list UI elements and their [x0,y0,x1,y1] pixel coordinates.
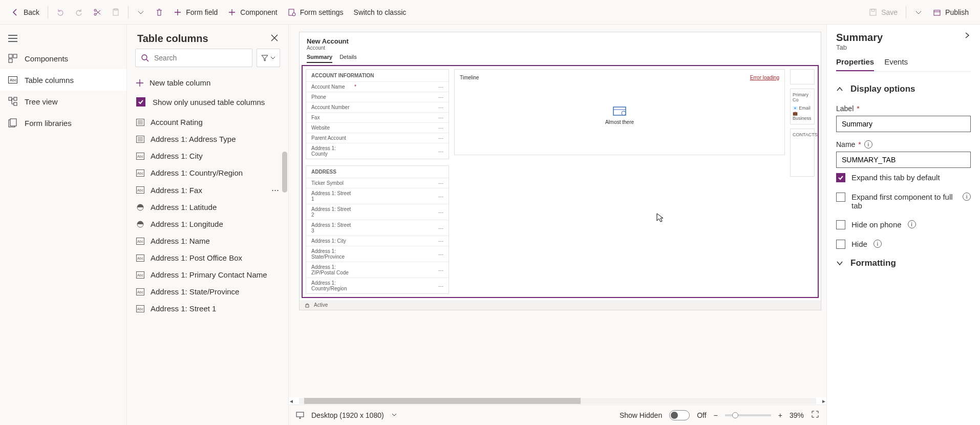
svg-text:Abc: Abc [137,155,144,158]
filter-button[interactable] [257,49,280,67]
svg-rect-16 [14,102,17,105]
svg-rect-15 [14,97,17,100]
column-item[interactable]: AbcAddress 1: Primary Contact Name [127,266,288,283]
display-options-accordion[interactable]: Display options [836,80,971,101]
text-icon: Abc [136,238,144,245]
new-table-column-button[interactable]: New table column [127,73,288,92]
nav-form-libraries[interactable]: Form libraries [0,112,126,134]
column-item[interactable]: AbcAddress 1: Post Office Box [127,249,288,266]
form-tab-selected-body[interactable]: ACCOUNT INFORMATION Account Name*--- Pho… [302,65,819,298]
section-account-info[interactable]: ACCOUNT INFORMATION Account Name*--- Pho… [306,69,449,159]
save-button[interactable]: Save [864,5,903,19]
label-input[interactable] [836,116,971,132]
props-title: Summary [836,32,883,44]
publish-button[interactable]: Publish [928,5,974,19]
column-item[interactable]: Account Rating [127,114,288,131]
form-tab-details[interactable]: Details [339,54,357,63]
options-icon [136,119,144,126]
add-component-button[interactable]: Component [223,5,282,19]
display-options-label: Display options [850,84,915,94]
hamburger-button[interactable] [0,31,126,48]
props-tab-properties[interactable]: Properties [836,57,874,71]
scrollbar-thumb[interactable] [282,152,287,193]
expand-default-checkbox[interactable]: Expand this tab by default [836,168,971,187]
hide-checkbox[interactable]: Hide i [836,235,971,254]
fit-button[interactable] [811,410,819,420]
formatting-accordion[interactable]: Formatting [836,254,971,275]
form-field: Account Number--- [306,102,449,112]
column-item[interactable]: AbcAddress 1: Country/Region [127,164,288,181]
column-item[interactable]: Address 1: Latitude [127,199,288,216]
delete-button[interactable] [150,5,168,19]
info-icon[interactable]: i [874,240,882,248]
undo-button[interactable] [51,5,70,19]
timeline-almost: Almost there [605,119,634,125]
section-address[interactable]: ADDRESS Ticker Symbol--- Address 1: Stre… [306,165,449,294]
close-panel-button[interactable] [271,34,278,43]
nav-components-label: Components [25,54,68,63]
paste-button[interactable] [106,5,125,19]
show-unused-checkbox[interactable]: Show only unused table columns [127,92,288,114]
side-card[interactable] [790,69,815,84]
search-box[interactable] [135,49,252,67]
form-preview[interactable]: New Account Account Summary Details ACCO… [299,32,821,310]
nav-tree-view[interactable]: Tree view [0,91,126,112]
props-tab-events[interactable]: Events [884,57,908,71]
col-label: Address 1: Latitude [151,203,217,211]
column-item[interactable]: Address 1: Address Type [127,131,288,147]
form-tab-summary[interactable]: Summary [307,54,332,63]
save-dropdown[interactable] [909,5,928,19]
hide-phone-checkbox[interactable]: Hide on phone i [836,215,971,235]
viewport-dropdown[interactable] [391,411,397,419]
text-icon: Abc [136,271,144,279]
form-title: New Account [307,37,814,45]
left-nav: Components Abc Table columns Tree view F… [0,25,127,425]
svg-point-5 [292,13,295,16]
column-item[interactable]: AbcAddress 1: Street 1 [127,300,288,317]
col-label: Account Rating [151,118,203,126]
hscroll-thumb[interactable] [304,398,581,404]
zoom-in-button[interactable]: + [778,411,782,419]
paste-dropdown[interactable] [132,5,150,19]
info-icon[interactable]: i [864,140,872,148]
back-button[interactable]: Back [6,5,45,19]
form-settings-button[interactable]: Form settings [283,5,349,19]
table-columns-panel: Table columns New table column Show [127,25,289,425]
timeline-component[interactable]: Timeline Error loading Almost there [454,69,785,155]
switch-classic-button[interactable]: Switch to classic [349,5,412,19]
expand-first-checkbox[interactable]: Expand first component to full tab i [836,187,971,215]
horizontal-scrollbar[interactable]: ◄ ► [289,397,826,405]
timeline-error[interactable]: Error loading [750,75,779,80]
formatting-label: Formatting [850,258,896,268]
column-item[interactable]: AbcAddress 1: Fax⋯ [127,181,288,199]
info-icon[interactable]: i [908,220,916,228]
nav-components[interactable]: Components [0,48,126,69]
column-item[interactable]: AbcAddress 1: State/Province [127,283,288,300]
col-label: Address 1: Street 1 [151,304,216,313]
column-item[interactable]: Address 1: Longitude [127,216,288,232]
side-card-contacts[interactable]: CONTACTS [790,129,815,177]
name-field-label: Name [836,140,855,148]
search-input[interactable] [154,54,247,62]
info-icon[interactable]: i [963,193,971,201]
chevron-down-icon [391,412,397,418]
redo-button[interactable] [70,5,88,19]
decimal-icon [136,204,144,211]
name-input[interactable] [836,152,971,168]
column-item[interactable]: AbcAddress 1: City [127,147,288,164]
show-hidden-toggle[interactable] [669,410,690,420]
more-icon[interactable]: ⋯ [271,185,279,195]
form-field: Address 1: Street 1--- [306,188,449,204]
text-icon: Abc [136,254,144,262]
expand-pane-button[interactable] [964,32,971,40]
zoom-slider[interactable] [725,414,771,416]
side-card-primary[interactable]: Primary Co📧 Email💼 Business [790,89,815,124]
new-col-label: New table column [150,78,210,87]
zoom-out-button[interactable]: − [714,411,718,419]
column-item[interactable]: AbcAddress 1: Name [127,232,288,249]
tree-icon [8,97,17,106]
add-form-field-button[interactable]: Form field [168,5,223,19]
nav-table-columns[interactable]: Abc Table columns [0,69,126,91]
cut-button[interactable] [88,5,106,19]
form-field: Address 1: City--- [306,236,449,246]
